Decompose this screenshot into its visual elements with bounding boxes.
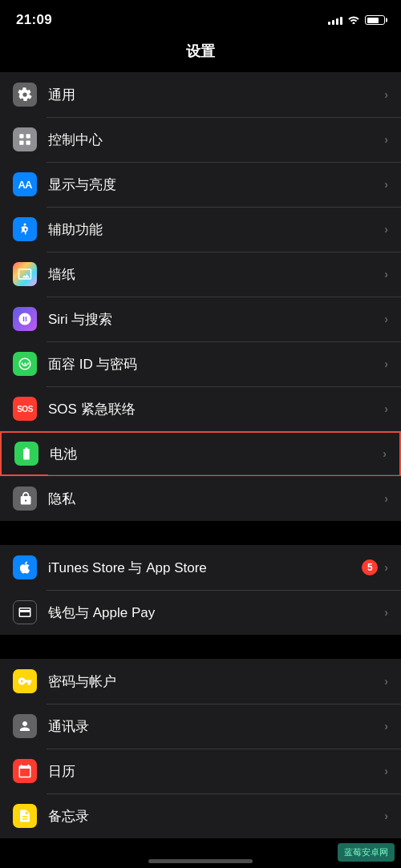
row-battery[interactable]: 电池 › — [0, 431, 401, 476]
row-siri[interactable]: Siri 与搜索 › — [0, 297, 401, 341]
row-passwords[interactable]: 密码与帐户 › — [0, 659, 401, 704]
display-icon: AA — [13, 172, 37, 196]
row-wallpaper[interactable]: 墙纸 › — [0, 252, 401, 297]
control-center-chevron: › — [384, 133, 388, 146]
battery-chevron: › — [383, 447, 387, 460]
itunes-label: iTunes Store 与 App Store — [48, 559, 362, 577]
wallpaper-label: 墙纸 — [48, 265, 384, 284]
privacy-icon — [13, 486, 37, 511]
calendar-icon — [13, 759, 37, 783]
calendar-chevron: › — [384, 765, 388, 777]
wallpaper-chevron: › — [384, 268, 388, 281]
faceid-chevron: › — [384, 357, 388, 370]
siri-chevron: › — [384, 313, 388, 325]
contacts-label: 通讯录 — [48, 717, 384, 736]
general-chevron: › — [384, 88, 388, 101]
row-wallet[interactable]: 钱包与 Apple Pay › — [0, 590, 401, 635]
passwords-label: 密码与帐户 — [48, 672, 384, 691]
wallet-label: 钱包与 Apple Pay — [48, 604, 384, 622]
section-gap-2 — [0, 636, 401, 659]
sos-icon: SOS — [13, 397, 37, 421]
status-icons — [328, 14, 385, 26]
battery-status-icon — [365, 15, 385, 25]
row-contacts[interactable]: 通讯录 › — [0, 704, 401, 749]
passwords-chevron: › — [384, 675, 388, 688]
itunes-badge: 5 — [362, 559, 378, 575]
svg-rect-3 — [26, 141, 30, 145]
accessibility-icon — [13, 217, 37, 241]
battery-icon — [14, 442, 38, 466]
status-time: 21:09 — [16, 12, 52, 28]
accessibility-chevron: › — [384, 223, 388, 236]
siri-label: Siri 与搜索 — [48, 310, 384, 329]
signal-icon — [328, 15, 342, 25]
wallet-icon — [13, 600, 37, 624]
contacts-icon — [13, 714, 37, 738]
sos-label: SOS 紧急联络 — [48, 400, 384, 418]
display-label: 显示与亮度 — [48, 176, 384, 194]
row-faceid[interactable]: 面容 ID 与密码 › — [0, 341, 401, 386]
row-privacy[interactable]: 隐私 › — [0, 476, 401, 521]
svg-rect-0 — [19, 134, 23, 138]
general-label: 通用 — [48, 86, 384, 104]
page-title: 设置 — [0, 35, 401, 72]
row-itunes[interactable]: iTunes Store 与 App Store 5 › — [0, 545, 401, 590]
battery-label: 电池 — [50, 445, 383, 463]
row-display[interactable]: AA 显示与亮度 › — [0, 162, 401, 207]
privacy-chevron: › — [384, 492, 388, 505]
section-store: iTunes Store 与 App Store 5 › 钱包与 Apple P… — [0, 545, 401, 635]
status-bar: 21:09 — [0, 0, 401, 35]
passwords-icon — [13, 669, 37, 693]
accessibility-label: 辅助功能 — [48, 220, 384, 239]
section-gap-1 — [0, 523, 401, 545]
itunes-icon — [13, 555, 37, 579]
row-control-center[interactable]: 控制中心 › — [0, 117, 401, 162]
control-center-label: 控制中心 — [48, 131, 384, 149]
privacy-label: 隐私 — [48, 490, 384, 508]
faceid-label: 面容 ID 与密码 — [48, 355, 384, 373]
calendar-label: 日历 — [48, 762, 384, 781]
wallpaper-icon — [13, 262, 37, 286]
notes-chevron: › — [384, 809, 388, 822]
notes-label: 备忘录 — [48, 807, 384, 826]
row-sos[interactable]: SOS SOS 紧急联络 › — [0, 386, 401, 431]
control-center-icon — [13, 127, 37, 151]
notes-icon — [13, 804, 37, 828]
general-icon — [13, 83, 37, 107]
svg-point-4 — [24, 224, 26, 226]
sos-chevron: › — [384, 402, 388, 415]
siri-icon — [13, 307, 37, 331]
row-accessibility[interactable]: 辅助功能 › — [0, 207, 401, 252]
svg-rect-2 — [19, 141, 23, 145]
display-chevron: › — [384, 178, 388, 191]
section-accounts: 密码与帐户 › 通讯录 › 日历 › 备忘录 › — [0, 659, 401, 838]
home-indicator — [148, 859, 253, 863]
section-system: 通用 › 控制中心 › AA 显示与亮度 › 辅助功能 › 墙纸 › Siri … — [0, 72, 401, 521]
itunes-chevron: › — [384, 561, 388, 574]
faceid-icon — [13, 352, 37, 376]
svg-rect-1 — [26, 134, 30, 138]
row-notes[interactable]: 备忘录 › — [0, 793, 401, 838]
watermark: 蓝莓安卓网 — [338, 843, 395, 862]
wifi-icon — [347, 14, 360, 26]
row-general[interactable]: 通用 › — [0, 72, 401, 117]
wallet-chevron: › — [384, 606, 388, 619]
row-calendar[interactable]: 日历 › — [0, 749, 401, 793]
contacts-chevron: › — [384, 720, 388, 733]
